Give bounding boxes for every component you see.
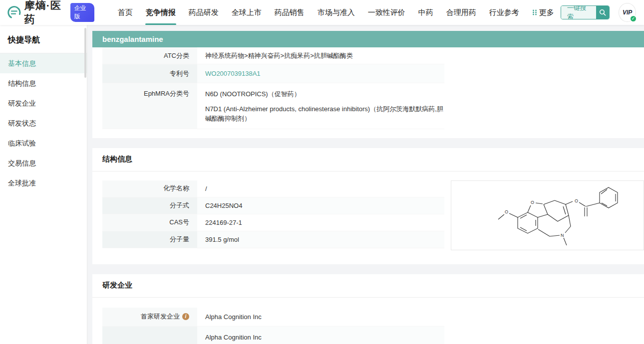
sidebar-item-basic-info[interactable]: 基本信息 [0,53,87,73]
nav-item-consistency-eval[interactable]: 一致性评价 [361,0,412,25]
quick-search-label: 一键搜索 [561,6,596,19]
nav-item-global-launch[interactable]: 全球上市 [225,0,268,25]
row-label: CAS号 [102,214,197,231]
main-content: benzgalantamine ATC分类 神经系统药物>精神兴奋药>抗痴呆药>… [87,25,644,344]
row-label: 首家研发企业 i [102,308,197,326]
info-icon[interactable]: i [182,313,189,320]
basic-info-table: ATC分类 神经系统药物>精神兴奋药>抗痴呆药>抗胆碱酯酶类 专利号 WO200… [102,47,444,129]
row-value: 神经系统药物>精神兴奋药>抗痴呆药>抗胆碱酯酶类 [197,47,444,64]
chemical-structure-image: O O O [451,180,644,250]
svg-text:O: O [531,200,534,205]
structure-info-card: 结构信息 化学名称 / 分子式 C24H25NO4 CAS号 224169-27… [92,148,644,264]
nav-more-label: 更多 [539,0,554,25]
nav-item-industry-ref[interactable]: 行业参考 [483,0,526,25]
rd-company-body: 首家研发企业 i Alpha Cognition Inc 研发企业 Alpha … [92,298,644,344]
top-navbar: 摩熵·医药 企业版 首页 竞争情报 药品研发 全球上市 药品销售 市场与准入 一… [0,0,644,25]
row-label: 分子量 [102,231,197,248]
row-label: 化学名称 [102,180,197,197]
row-label: EphMRA分类号 [102,83,197,129]
row-label: ATC分类 [102,47,197,64]
svg-text:N: N [561,233,564,238]
section-title-structure: 结构信息 [92,148,644,172]
svg-text:O: O [575,198,578,203]
grid-dots-icon [532,9,537,15]
chemical-structure-drawing: O O O [453,180,643,250]
drug-title-bar: benzgalantamine [92,31,644,47]
nav-item-home[interactable]: 首页 [111,0,139,25]
sidebar-item-clinical-trials[interactable]: 临床试验 [0,133,87,153]
search-icon[interactable] [596,6,610,19]
row-value: Alpha Cognition Inc [197,308,444,326]
row-value: N6D (NOOTROPICS)（促智药） N7D1 (Anti-Alzheim… [197,83,444,129]
sidebar-item-rd-company[interactable]: 研发企业 [0,93,87,113]
structure-body: 化学名称 / 分子式 C24H25NO4 CAS号 224169-27-1 分子… [92,172,644,264]
nav-item-market-access[interactable]: 市场与准入 [311,0,361,25]
quick-search-button[interactable]: 一键搜索 [561,5,610,19]
vip-avatar[interactable]: VIP ✓ [619,3,636,22]
info-row-patent: 专利号 WO2007039138A1 [102,64,444,83]
row-value: / [197,180,444,197]
rd-company-table: 首家研发企业 i Alpha Cognition Inc 研发企业 Alpha … [102,308,444,344]
verified-check-icon: ✓ [630,15,637,22]
enterprise-badge: 企业版 [70,3,94,22]
sidebar-title: 快捷导航 [0,25,87,53]
row-value: C24H25NO4 [197,197,444,214]
first-company-label: 首家研发企业 [141,312,180,321]
sidebar-item-structure-info[interactable]: 结构信息 [0,73,87,93]
basic-info-card: ATC分类 神经系统药物>精神兴奋药>抗痴呆药>抗胆碱酯酶类 专利号 WO200… [92,47,644,138]
app-title: 摩熵·医药 [24,0,67,26]
info-row-companies: 研发企业 Alpha Cognition Inc China Medical S… [102,327,444,344]
vip-label: VIP [623,9,632,16]
main-nav: 首页 竞争情报 药品研发 全球上市 药品销售 市场与准入 一致性评价 中药 合理… [111,0,561,25]
nav-item-drug-sales[interactable]: 药品销售 [268,0,311,25]
patent-link[interactable]: WO2007039138A1 [205,70,261,77]
info-row-atc: ATC分类 神经系统药物>精神兴奋药>抗痴呆药>抗胆碱酯酶类 [102,47,444,64]
info-row-formula: 分子式 C24H25NO4 [102,197,444,214]
app-logo[interactable]: 摩熵·医药 企业版 [7,0,94,26]
info-row-ephmra: EphMRA分类号 N6D (NOOTROPICS)（促智药） N7D1 (An… [102,83,444,129]
sidebar-scrollbar[interactable] [84,28,86,78]
app-logo-icon [7,4,21,20]
row-label: 专利号 [102,64,197,83]
nav-item-more[interactable]: 更多 [526,0,561,25]
nav-item-rational-use[interactable]: 合理用药 [440,0,483,25]
row-value: Alpha Cognition Inc China Medical System… [197,327,444,344]
sidebar-item-global-approval[interactable]: 全球批准 [0,173,87,193]
ephmra-line-2: N7D1 (Anti-Alzheimer products, cholinest… [205,104,444,124]
info-row-first-company: 首家研发企业 i Alpha Cognition Inc [102,308,444,327]
structure-table: 化学名称 / 分子式 C24H25NO4 CAS号 224169-27-1 分子… [102,180,444,250]
nav-item-tcm[interactable]: 中药 [412,0,440,25]
rd-company-card: 研发企业 首家研发企业 i Alpha Cognition Inc 研发企业 A… [92,274,644,344]
info-row-chemical-name: 化学名称 / [102,180,444,197]
row-value: 224169-27-1 [197,214,444,231]
row-value: 391.5 g/mol [197,231,444,248]
info-row-cas: CAS号 224169-27-1 [102,214,444,231]
row-label: 分子式 [102,197,197,214]
nav-item-competitive-intel[interactable]: 竞争情报 [139,0,182,25]
svg-text:O: O [505,209,508,214]
ephmra-line-1: N6D (NOOTROPICS)（促智药） [205,89,444,99]
section-title-rd-company: 研发企业 [92,274,644,298]
row-label: 研发企业 [102,327,197,344]
company-line-1: Alpha Cognition Inc [205,333,444,343]
sidebar-item-deal-info[interactable]: 交易信息 [0,153,87,173]
sidebar-item-rd-status[interactable]: 研发状态 [0,113,87,133]
row-value: WO2007039138A1 [197,64,444,83]
info-row-mol-weight: 分子量 391.5 g/mol [102,231,444,248]
drug-title: benzgalantamine [102,35,163,43]
quick-nav-sidebar: 快捷导航 基本信息 结构信息 研发企业 研发状态 临床试验 交易信息 全球批准 [0,25,87,344]
nav-item-drug-rd[interactable]: 药品研发 [182,0,225,25]
